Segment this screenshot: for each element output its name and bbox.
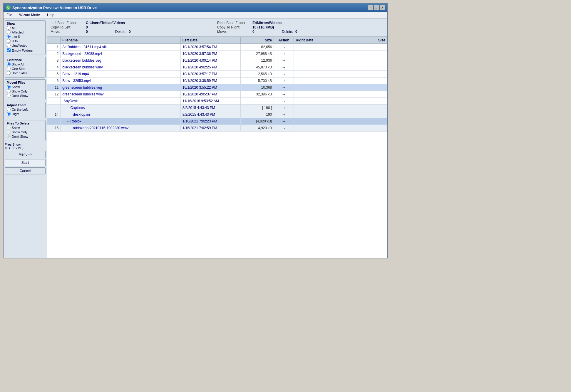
content-area: Left Base Folder: C:\Users\Tobias\Videos… — [47, 18, 387, 258]
show-rtol-radio[interactable]: R to L — [7, 39, 43, 43]
cell-leftdate: 10/1/2020 3:55:22 PM — [180, 84, 240, 91]
maximize-button[interactable]: □ — [374, 5, 379, 10]
col-header-action: Action — [274, 37, 294, 44]
arrow-icon: → — [282, 45, 286, 49]
existence-radio-group: Show All One Side Both Sides — [7, 62, 43, 75]
cell-size: 2,565 kB — [240, 71, 274, 78]
cell-size: 4,920 kB — [240, 125, 274, 132]
left-base-folder-label: Left Base Folder: — [51, 21, 86, 25]
table-row[interactable]: 15 robloxapp-20210116-1902230.wmv 1/16/2… — [47, 125, 387, 132]
move-right-label: Move: — [217, 30, 252, 34]
cell-size: 45,873 kB — [240, 64, 274, 71]
existence-one-side-radio[interactable]: One Side — [7, 67, 43, 70]
cell-rightdate — [294, 64, 354, 71]
table-row[interactable]: 1 Air Bubbles - 31611.mp4.sfk 10/1/2020 … — [47, 44, 387, 51]
table-row[interactable]: 14 desktop.ini 8/2/2015 4:43:43 PM 190 → — [47, 111, 387, 118]
cell-filename: greenscreen bubbles.wmv — [61, 91, 180, 98]
menu-file[interactable]: File — [5, 12, 14, 18]
arrow-icon: → — [282, 85, 286, 90]
move-right-value: 0 — [252, 30, 276, 34]
cell-rightdate — [294, 44, 354, 51]
menu-help[interactable]: Help — [45, 12, 56, 18]
cell-action: → — [274, 51, 294, 57]
adjust-them-section: Adjust Them On the Left Right — [5, 102, 46, 118]
table-row[interactable]: 11 greenscreen bubbles.veg 10/1/2020 3:5… — [47, 84, 387, 91]
delete-show-radio[interactable]: Show — [7, 126, 43, 129]
cell-leftdate: 8/2/2015 4:43:43 PM — [180, 105, 240, 111]
cell-action: → — [274, 118, 294, 125]
delete-show-only-radio[interactable]: Show Only — [7, 130, 43, 134]
table-row[interactable]: 4 blackscreen bubbles.wmv 10/1/2020 4:02… — [47, 64, 387, 71]
cell-action: → — [274, 111, 294, 118]
table-row[interactable]: 12 greenscreen bubbles.wmv 10/1/2020 4:0… — [47, 91, 387, 98]
cell-size: 5,700 kB — [240, 78, 274, 84]
arrow-icon: → — [282, 72, 286, 76]
cell-action: → — [274, 78, 294, 84]
cell-filename: greenscreen bubbles.veg — [61, 84, 180, 91]
cell-filename: AnyDesk — [61, 98, 180, 105]
arrow-icon: → — [282, 92, 286, 97]
cell-rightdate — [294, 125, 354, 132]
show-unaffected-radio[interactable]: Unaffected — [7, 43, 43, 47]
cell-size: 190 — [240, 111, 274, 118]
cell-rightsize — [354, 78, 387, 84]
adjust-on-left-radio[interactable]: On the Left — [7, 107, 43, 111]
table-row[interactable]: 6 Blow - 32953.mp4 10/1/2020 3:38:59 PM … — [47, 78, 387, 84]
cell-leftdate: 11/16/2018 9:53:52 AM — [180, 98, 240, 105]
start-button[interactable]: Start — [5, 159, 46, 166]
copy-to-left-value: 0 — [86, 25, 109, 29]
menu-button[interactable]: Menu -> — [5, 151, 46, 158]
adjust-right-radio[interactable]: Right — [7, 112, 43, 116]
cell-rightdate — [294, 91, 354, 98]
minimize-button[interactable]: ─ — [368, 5, 373, 10]
empty-folders-check[interactable]: Empty Folders — [7, 48, 43, 52]
cell-rightdate — [294, 105, 354, 111]
files-shown-container: Files Shown: 10 (~117MB) — [5, 143, 46, 150]
cell-filename: desktop.ini — [61, 111, 180, 118]
delete-right-value: 0 — [295, 30, 297, 34]
cell-rightsize — [354, 71, 387, 78]
cell-leftdate: 1/16/2021 7:02:59 PM — [180, 125, 240, 132]
delete-value: 0 — [129, 30, 131, 34]
cell-num: 5 — [47, 71, 61, 78]
right-base-folder-value: E:\Mirrors\Videos — [252, 21, 282, 25]
files-shown-value: 10 (~117MB) — [5, 146, 24, 150]
cell-filename: Blow - 1219.mp4 — [61, 71, 180, 78]
left-base-folder-row: Left Base Folder: C:\Users\Tobias\Videos — [51, 21, 217, 25]
cell-num: 1 — [47, 44, 61, 51]
menu-wizard-mode[interactable]: Wizard Mode — [17, 12, 42, 18]
existence-both-sides-radio[interactable]: Both Sides — [7, 71, 43, 75]
close-button[interactable]: ✕ — [380, 5, 385, 10]
main-window: ↻ Synchronization Preview: Videos to USB… — [3, 3, 388, 258]
cell-rightsize — [354, 111, 387, 118]
moved-dont-show-radio[interactable]: Don't Show — [7, 94, 43, 97]
cell-num: 3 — [47, 57, 61, 64]
moved-show-radio[interactable]: Show — [7, 85, 43, 89]
table-row[interactable]: AnyDesk 11/16/2018 9:53:52 AM → — [47, 98, 387, 105]
existence-show-all-radio[interactable]: Show All — [7, 62, 43, 66]
cell-action: → — [274, 98, 294, 105]
delete-dont-show-radio[interactable]: Don't Show — [7, 134, 43, 138]
show-affected-radio[interactable]: Affected — [7, 30, 43, 34]
table-row[interactable]: 2 Background - 23088.mp4 10/1/2020 3:57:… — [47, 51, 387, 57]
table-row[interactable]: ─Captures 8/2/2015 4:43:43 PM [ 190 ] → — [47, 105, 387, 111]
cell-action: → — [274, 84, 294, 91]
cell-leftdate: 10/1/2020 3:38:59 PM — [180, 78, 240, 84]
cell-action: → — [274, 57, 294, 64]
cancel-button[interactable]: Cancel — [5, 167, 46, 174]
table-row[interactable]: 5 Blow - 1219.mp4 10/1/2020 3:57:17 PM 2… — [47, 71, 387, 78]
moved-show-only-radio[interactable]: Show Only — [7, 89, 43, 93]
show-label: Show — [7, 22, 43, 25]
info-right-col: Right Base Folder: E:\Mirrors\Videos Cop… — [217, 20, 384, 35]
cell-rightsize — [354, 125, 387, 132]
arrow-icon: → — [282, 119, 286, 124]
cell-num — [47, 105, 61, 111]
arrow-icon: → — [282, 58, 286, 63]
show-all-radio[interactable]: All — [7, 26, 43, 30]
table-row[interactable]: 3 blackscreen bubbles.veg 10/1/2020 4:00… — [47, 57, 387, 64]
table-row[interactable]: ─Roblox 1/16/2021 7:02:23 PM [4,920 kB] … — [47, 118, 387, 125]
move-right-row: Move: 0 Delete: 0 — [217, 30, 384, 34]
cell-size: 12,936 — [240, 57, 274, 64]
show-ltor-radio[interactable]: L to R — [7, 35, 43, 38]
cell-filename: Air Bubbles - 31611.mp4.sfk — [61, 44, 180, 51]
